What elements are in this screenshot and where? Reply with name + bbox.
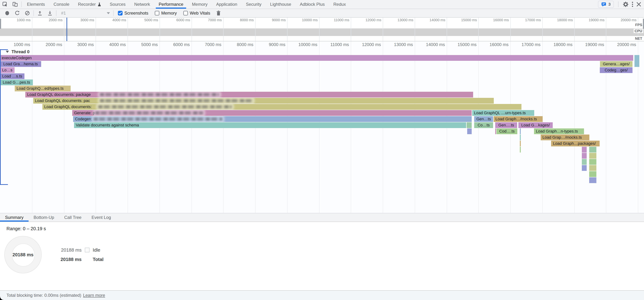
profile-select[interactable]: #1 [58, 10, 112, 17]
flame-bar-codeg-ges-[interactable]: Codeg…ges/ [600, 67, 632, 73]
flame-bar-generate-p[interactable]: Generate: p [72, 110, 472, 116]
flame-bar[interactable] [589, 153, 596, 159]
flame-bar[interactable] [467, 128, 472, 134]
flame-row: Load GraphQL documents: pac [0, 98, 644, 104]
tab-network[interactable]: Network [130, 0, 154, 9]
flame-bar-load-g-kages-[interactable]: Load G…kages/ [518, 122, 553, 128]
flame-bar-genera-ages-[interactable]: Genera…ages/ [600, 61, 632, 67]
flame-row [0, 165, 644, 171]
ruler-tick-label: 8000 ms [220, 42, 253, 47]
flame-bar[interactable] [582, 147, 587, 153]
ruler-tick-label: 20000 ms [603, 42, 636, 47]
details-tabbar: SummaryBottom-UpCall TreeEvent Log [0, 213, 644, 222]
tab-recorder[interactable]: Recorder [74, 0, 106, 9]
flame-bar-load-grap-mocks-ts[interactable]: Load Grap…/mocks.ts [541, 135, 590, 140]
checkbox-web-vitals[interactable]: Web Vitals [183, 11, 210, 16]
record-button[interactable] [2, 9, 12, 17]
flame-bar[interactable] [589, 177, 596, 183]
clear-button[interactable] [22, 9, 32, 17]
checkbox-memory[interactable]: Memory [155, 11, 177, 16]
collapse-triangle-icon [6, 51, 9, 53]
tab-performance[interactable]: Performance [154, 0, 188, 9]
flame-bar-load-graph-packages-[interactable]: Load Graph…packages/ [551, 141, 600, 146]
issues-button[interactable]: 3 [598, 1, 614, 8]
ruler-tick-label: 18000 ms [540, 42, 572, 47]
flame-bar-load-graphql-documents-[interactable]: Load GraphQL documents: [42, 104, 522, 110]
flame-bar-gen-ts[interactable]: Gen….ts [495, 122, 517, 128]
flame-bar[interactable] [589, 171, 596, 177]
device-toolbar-icon[interactable] [10, 0, 20, 9]
tab-redux[interactable]: Redux [329, 0, 350, 9]
reload-and-record-button[interactable] [12, 9, 22, 17]
flame-bar[interactable] [582, 165, 587, 171]
more-options-icon[interactable] [632, 2, 633, 7]
overview-tick-label: 15000 ms [447, 18, 477, 22]
flame-bar-label: Codeg…ges/ [605, 68, 628, 72]
flame-bar[interactable] [589, 147, 596, 153]
flame-bar-codegen-[interactable]: Codegen: [73, 116, 472, 122]
details-tab-call-tree[interactable]: Call Tree [59, 213, 86, 222]
details-tab-event-log[interactable]: Event Log [86, 213, 116, 222]
unchecked-checkbox-icon[interactable] [183, 11, 188, 16]
garbage-collect-icon[interactable] [214, 9, 224, 17]
checked-checkbox-icon[interactable] [118, 11, 122, 16]
ruler-tick-label: 14000 ms [412, 42, 445, 47]
tab-lighthouse[interactable]: Lighthouse [266, 0, 296, 9]
learn-more-link[interactable]: Learn more [83, 293, 105, 298]
flame-bar[interactable] [495, 128, 496, 134]
flame-bar-load-graphql-urn-types-ts[interactable]: Load GraphQL …urn-types.ts [472, 110, 534, 116]
flame-bar-lo-s[interactable]: Lo…s [0, 67, 14, 73]
ruler-tick-label: 6000 ms [157, 42, 190, 47]
flame-chart[interactable]: 1000 ms2000 ms3000 ms4000 ms5000 ms6000 … [0, 41, 644, 213]
tab-sources[interactable]: Sources [106, 0, 130, 9]
unchecked-checkbox-icon[interactable] [155, 11, 160, 16]
thread-header[interactable]: Thread 0 [6, 49, 30, 54]
ruler-tick-label: 16000 ms [476, 42, 508, 47]
close-icon[interactable] [636, 2, 641, 7]
flame-row [0, 147, 644, 153]
flame-bar[interactable] [582, 159, 587, 165]
flame-bar-validate-documents-against-schema[interactable]: Validate documents against schema [74, 122, 466, 128]
save-profile-icon[interactable] [45, 9, 55, 17]
flame-bar-gen-ts[interactable]: Gen…ts [474, 116, 493, 122]
flame-bar[interactable] [582, 153, 587, 159]
tab-elements[interactable]: Elements [23, 0, 49, 9]
flame-bar-load-graphql-documents-package[interactable]: Load GraphQL documents: package [25, 92, 473, 98]
flame-bar-label: Load Grap…/mocks.ts [541, 135, 582, 140]
checkbox-screenshots[interactable]: Screenshots [118, 11, 148, 16]
flame-bar-load-graphql-documents-pac[interactable]: Load GraphQL documents: pac [33, 98, 494, 104]
flame-bar-load-g-pes-ts[interactable]: Load G…pes.ts [0, 80, 33, 85]
flame-bar-co-ts[interactable]: Co…ts [474, 122, 493, 128]
flame-bar-load-graph-mocks-ts[interactable]: Load Graph…/mocks.ts [494, 116, 543, 122]
settings-gear-icon[interactable] [623, 2, 628, 7]
flame-bar[interactable] [520, 128, 520, 134]
overview-right-handle[interactable] [643, 19, 644, 29]
flame-bar[interactable] [520, 135, 520, 140]
timeline-overview[interactable]: 1000 ms2000 ms3000 ms4000 ms5000 ms6000 … [0, 18, 644, 41]
tab-security[interactable]: Security [242, 0, 266, 9]
flame-bar[interactable] [589, 159, 596, 165]
ruler-tick-label: 11000 ms [316, 42, 349, 47]
tab-memory[interactable]: Memory [188, 0, 212, 9]
flame-bar[interactable] [634, 55, 640, 67]
overview-left-handle[interactable] [0, 19, 1, 29]
details-tab-bottom-up[interactable]: Bottom-Up [28, 213, 59, 222]
flame-bar[interactable] [467, 122, 472, 128]
inspect-element-icon[interactable] [0, 0, 10, 9]
flame-bar[interactable] [520, 147, 520, 153]
tab-application[interactable]: Application [212, 0, 242, 9]
tab-console[interactable]: Console [49, 0, 74, 9]
flame-bar[interactable] [520, 141, 520, 146]
ruler-tick-label: 17000 ms [508, 42, 540, 47]
tab-adblock-plus[interactable]: Adblock Plus [296, 0, 329, 9]
flame-bar-load-s-ts[interactable]: Load …s.ts [0, 73, 24, 79]
flame-bar[interactable] [589, 165, 596, 171]
flame-bar-load-graphq-ed-types-ts[interactable]: Load GraphQ…ed/types.ts [15, 86, 70, 91]
flame-bar-load-gra-hema-ts[interactable]: Load Gra…hema.ts [0, 61, 41, 67]
tab-label: Sources [110, 2, 126, 7]
flame-bar-executecodegen[interactable]: executeCodegen [0, 55, 633, 61]
flame-bar-load-graph-n-types-ts[interactable]: Load Graph…n-types.ts [534, 128, 584, 134]
flame-bar-cod-ts[interactable]: Cod….ts [496, 128, 517, 134]
details-tab-summary[interactable]: Summary [0, 213, 28, 222]
load-profile-icon[interactable] [35, 9, 45, 17]
